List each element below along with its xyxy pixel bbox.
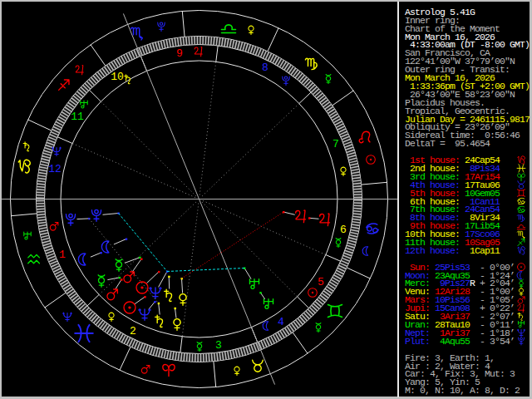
svg-text:9: 9 [176, 47, 183, 60]
svg-text:10: 10 [111, 71, 124, 83]
svg-text:1: 1 [59, 249, 66, 261]
svg-text:12: 12 [48, 163, 62, 175]
svg-text:11: 11 [71, 111, 84, 123]
svg-text:6: 6 [340, 224, 347, 236]
svg-text:7: 7 [332, 138, 339, 150]
svg-text:4: 4 [278, 316, 284, 328]
svg-text:2: 2 [130, 325, 136, 337]
svg-text:8: 8 [262, 62, 268, 74]
svg-text:5: 5 [318, 276, 324, 288]
svg-text:3: 3 [215, 339, 222, 352]
